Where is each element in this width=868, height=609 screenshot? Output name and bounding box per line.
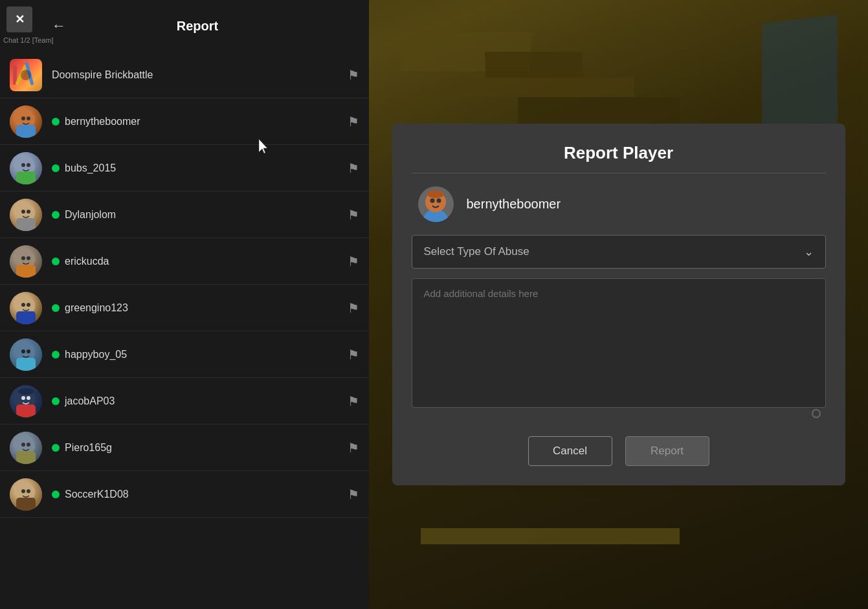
svg-point-32 (18, 388, 34, 395)
modal-buttons: Cancel Report (412, 436, 826, 466)
modal-title: Report Player (412, 143, 826, 163)
close-button[interactable]: ✕ (6, 6, 32, 32)
list-item[interactable]: erickucda ⚑ (0, 238, 369, 285)
modal-overlay: Report Player bernytheboomer Select Type… (369, 0, 868, 609)
online-indicator (52, 491, 60, 498)
player-name: jacobAP03 (65, 395, 348, 407)
player-name: bernytheboomer (65, 116, 348, 127)
player-name: Piero165g (65, 442, 348, 454)
svg-rect-40 (16, 498, 36, 511)
player-avatar (10, 338, 42, 371)
svg-point-18 (27, 256, 30, 260)
report-icon: ⚑ (348, 347, 359, 362)
svg-rect-31 (16, 404, 36, 417)
report-icon: ⚑ (348, 440, 359, 456)
svg-point-43 (430, 199, 434, 203)
report-icon: ⚑ (348, 161, 359, 176)
list-item[interactable]: jacobAP03 ⚑ (0, 378, 369, 425)
cancel-button[interactable]: Cancel (528, 436, 612, 466)
report-icon: ⚑ (348, 207, 359, 223)
svg-point-34 (21, 443, 25, 447)
game-avatar (10, 59, 42, 91)
svg-point-17 (21, 256, 25, 260)
svg-point-29 (21, 396, 25, 400)
modal-avatar (418, 186, 454, 222)
report-icon: ⚑ (348, 300, 359, 316)
abuse-type-select[interactable]: Select Type Of Abuse ⌄ (412, 235, 826, 269)
svg-point-6 (27, 116, 30, 120)
player-avatar (10, 199, 42, 231)
player-avatar (10, 385, 42, 417)
list-item[interactable]: Doomspire Brickbattle ⚑ (0, 52, 369, 98)
svg-rect-36 (16, 451, 36, 464)
back-button[interactable]: ← (52, 17, 66, 34)
report-button[interactable]: Report (625, 436, 709, 466)
player-name: Dylanjolom (65, 209, 348, 221)
player-avatar (10, 292, 42, 324)
report-modal: Report Player bernytheboomer Select Type… (392, 124, 845, 485)
svg-point-21 (21, 303, 25, 307)
svg-point-13 (21, 210, 25, 214)
svg-rect-11 (16, 172, 36, 184)
list-item[interactable]: Piero165g ⚑ (0, 425, 369, 471)
online-indicator (52, 444, 60, 452)
textarea-resize-handle (812, 409, 821, 418)
chat-label: Chat 1/2 [Team] (3, 36, 54, 45)
report-icon: ⚑ (348, 114, 359, 129)
list-item[interactable]: greengino123 ⚑ (0, 285, 369, 331)
modal-player-name: bernytheboomer (467, 197, 561, 212)
report-icon: ⚑ (348, 254, 359, 269)
details-textarea[interactable] (412, 278, 826, 408)
online-indicator (52, 211, 60, 219)
modal-player-info: bernytheboomer (412, 186, 826, 222)
report-icon: ⚑ (348, 393, 359, 409)
online-indicator (52, 164, 60, 172)
online-indicator (52, 304, 60, 312)
details-wrapper (412, 278, 826, 423)
chevron-down-icon: ⌄ (804, 245, 814, 259)
svg-point-5 (21, 116, 25, 120)
report-icon: ⚑ (348, 487, 359, 502)
svg-point-9 (21, 163, 25, 167)
svg-point-45 (427, 190, 444, 198)
list-item[interactable]: SoccerK1D08 ⚑ (0, 471, 369, 518)
player-name: happyboy_05 (65, 349, 348, 360)
svg-point-10 (27, 163, 30, 167)
svg-point-26 (27, 349, 30, 353)
svg-rect-19 (16, 265, 36, 278)
svg-rect-15 (16, 218, 36, 231)
list-item[interactable]: bernytheboomer ⚑ (0, 98, 369, 145)
svg-point-22 (27, 303, 30, 307)
online-indicator (52, 258, 60, 265)
list-item[interactable]: bubs_2015 ⚑ (0, 145, 369, 192)
select-label: Select Type Of Abuse (424, 245, 529, 258)
online-indicator (52, 397, 60, 405)
player-avatar (10, 432, 42, 464)
player-name: bubs_2015 (65, 162, 348, 174)
sidebar-panel: ← Report Doomspire Brickbattle ⚑ (0, 0, 369, 609)
player-avatar (10, 478, 42, 511)
svg-point-39 (27, 489, 30, 493)
player-avatar (10, 105, 42, 138)
svg-point-38 (21, 489, 25, 493)
svg-point-25 (21, 349, 25, 353)
list-item[interactable]: Dylanjolom ⚑ (0, 192, 369, 238)
player-avatar (10, 152, 42, 184)
svg-rect-27 (16, 358, 36, 371)
report-icon: ⚑ (348, 67, 359, 83)
svg-point-44 (436, 199, 441, 203)
online-indicator (52, 118, 60, 126)
report-title: Report (177, 19, 218, 34)
player-name: SoccerK1D08 (65, 489, 348, 500)
online-indicator (52, 351, 60, 359)
svg-point-3 (21, 70, 31, 80)
svg-point-35 (27, 443, 30, 447)
svg-point-14 (27, 210, 30, 214)
svg-point-30 (27, 396, 30, 400)
svg-rect-7 (16, 125, 36, 138)
player-name: greengino123 (65, 302, 348, 314)
game-name: Doomspire Brickbattle (52, 69, 348, 81)
list-item[interactable]: happyboy_05 ⚑ (0, 331, 369, 378)
player-list: Doomspire Brickbattle ⚑ bernytheboomer ⚑ (0, 52, 369, 609)
player-avatar (10, 245, 42, 278)
